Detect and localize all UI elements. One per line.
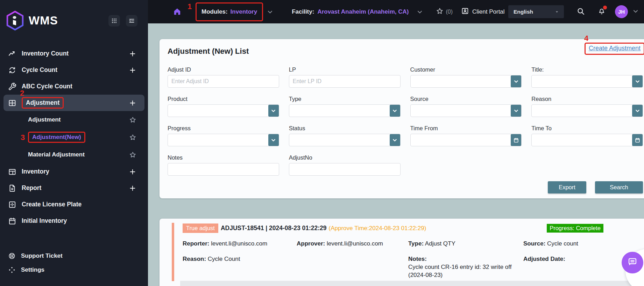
sidebar-item-initial-inventory[interactable]: Initial Inventory (3, 213, 144, 229)
result-field-label: Notes: (408, 256, 427, 262)
search-icon[interactable] (576, 7, 585, 17)
dropdown-chevron-button[interactable] (268, 134, 279, 146)
dropdown-chevron-button[interactable] (511, 105, 521, 117)
calendar-picker-button[interactable] (632, 134, 643, 146)
field-label: Time From (410, 125, 522, 132)
sidebar-item-material-adjustment[interactable]: Material Adjustment (3, 146, 144, 163)
result-field-label: Reason: (183, 256, 206, 262)
dropdown-chevron-button[interactable] (268, 105, 279, 117)
notes-input[interactable] (168, 163, 279, 175)
result-field-reason: Reason: Cycle Count (183, 255, 297, 279)
field-label: Notes (168, 154, 279, 161)
product-input[interactable] (168, 105, 279, 117)
reason-input[interactable] (532, 105, 643, 117)
modules-chevron-down-icon[interactable] (267, 8, 274, 15)
favorite-star-icon[interactable] (129, 116, 136, 124)
status-select[interactable] (289, 134, 401, 146)
dropdown-chevron-button[interactable] (390, 134, 400, 146)
customer-select[interactable] (410, 75, 522, 88)
title-select[interactable] (531, 75, 643, 88)
columns-icon (8, 168, 16, 176)
progress-select[interactable] (168, 134, 279, 146)
sidebar-item-inventory-count[interactable]: Inventory Count (3, 45, 144, 62)
search-button[interactable]: Search (595, 181, 643, 193)
field-label: Time To (531, 125, 643, 132)
favorite-star-icon[interactable] (129, 151, 136, 159)
result-field-notes: Notes: Cycle count CR-16 entry id: 32 wr… (408, 255, 523, 279)
user-menu-chevron-down-icon[interactable] (632, 8, 639, 16)
progress-input[interactable] (168, 134, 279, 146)
field-label: Product (168, 96, 279, 103)
field-label: AdjustNo (289, 154, 401, 161)
favorites-star-icon[interactable] (436, 7, 444, 16)
sidebar: WMS Inventory CountCycle CountABC Cycle … (0, 0, 148, 286)
time-to-date-input[interactable] (531, 134, 643, 146)
reason-select[interactable] (531, 104, 643, 117)
result-field-value: Cycle count CR-16 entry id: 32 write off… (408, 264, 511, 278)
add-icon[interactable] (129, 99, 136, 107)
notifications-bell-icon[interactable] (597, 7, 606, 17)
dropdown-chevron-button[interactable] (632, 105, 643, 117)
facility-value[interactable]: Arovast Anaheim (Anaheim, CA) (317, 8, 409, 15)
export-button[interactable]: Export (548, 181, 586, 193)
result-field-label: Adjusted Date: (523, 256, 565, 262)
favorite-star-icon[interactable] (129, 134, 136, 141)
sidebar-item-report[interactable]: Report (3, 180, 144, 196)
filter-card: Adjustment (New) List 4 Create Adjustmen… (160, 39, 644, 198)
chat-fab-button[interactable] (622, 252, 643, 273)
sync-icon (8, 66, 16, 74)
sidebar-item-support-ticket[interactable]: Support Ticket (3, 249, 144, 263)
modules-value[interactable]: Inventory (231, 8, 257, 15)
calendar-picker-button[interactable] (511, 134, 521, 146)
sidebar-item-abc-cycle-count[interactable]: ABC Cycle Count (3, 78, 144, 95)
customer-input[interactable] (411, 75, 522, 87)
dropdown-chevron-button[interactable] (632, 75, 643, 87)
lp-input[interactable] (289, 75, 400, 87)
sidebar-item-create-license-plate[interactable]: Create License Plate (3, 196, 144, 213)
time-from-date-input[interactable] (410, 134, 522, 146)
client-portal-button[interactable]: Client Portal (461, 7, 505, 17)
apps-grid-button[interactable] (108, 15, 120, 27)
time-from-input[interactable] (411, 134, 522, 146)
dropdown-chevron-button[interactable] (511, 75, 521, 87)
lp-input[interactable] (289, 75, 401, 88)
time-to-input[interactable] (532, 134, 643, 146)
type-input[interactable] (289, 105, 400, 117)
adjustno-input[interactable] (289, 163, 401, 176)
notification-badge (603, 6, 607, 9)
sidebar-item-cycle-count[interactable]: Cycle Count (3, 62, 144, 78)
facility-chevron-down-icon[interactable] (416, 8, 423, 15)
add-icon[interactable] (129, 184, 136, 192)
sidebar-item-inventory[interactable]: Inventory (3, 163, 144, 180)
collapse-sidebar-icon[interactable] (126, 15, 137, 27)
sidebar-footer: Support TicketSettings (3, 249, 144, 277)
type-select[interactable] (289, 104, 401, 117)
result-field-label: Type: (408, 240, 424, 247)
sidebar-item-adjustment[interactable]: Adjustment2 (3, 95, 144, 111)
adjustno-input[interactable] (289, 163, 400, 175)
sidebar-item-settings[interactable]: Settings (3, 263, 144, 277)
adjust-id-input[interactable] (168, 75, 279, 87)
create-adjustment-link[interactable]: Create Adjustment (589, 45, 641, 52)
sidebar-item-adjustment[interactable]: Adjustment (3, 111, 144, 129)
adjust-id-input[interactable] (168, 75, 279, 88)
language-select[interactable]: English (508, 5, 564, 18)
sidebar-item-adjustment-new[interactable]: Adjustment(New)3 (3, 129, 144, 146)
main-content: Adjustment (New) List 4 Create Adjustmen… (148, 23, 644, 286)
notes-input[interactable] (168, 163, 279, 176)
status-input[interactable] (289, 134, 400, 146)
add-icon[interactable] (129, 50, 136, 58)
add-icon[interactable] (129, 168, 136, 176)
filter-field-notes: Notes (168, 154, 279, 176)
add-icon[interactable] (129, 66, 136, 74)
home-icon[interactable] (173, 7, 182, 16)
adjustment-result-item[interactable]: True adjust ADJUST-18541 | 2024-08-23 01… (172, 223, 644, 281)
product-select[interactable] (168, 104, 279, 117)
user-avatar[interactable]: JH (615, 5, 628, 18)
title-input[interactable] (532, 75, 643, 87)
facility-label: Facility: (292, 8, 314, 15)
source-select[interactable] (410, 104, 522, 117)
field-label: Progress (168, 125, 279, 132)
source-input[interactable] (411, 105, 522, 117)
dropdown-chevron-button[interactable] (390, 105, 400, 117)
